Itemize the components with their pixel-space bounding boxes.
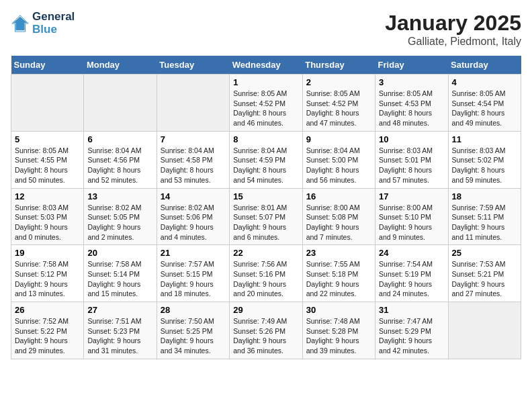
calendar-cell: 8Sunrise: 8:04 AM Sunset: 4:59 PM Daylig… bbox=[230, 131, 302, 188]
day-number: 9 bbox=[306, 134, 371, 144]
weekday-header-wednesday: Wednesday bbox=[230, 56, 302, 75]
calendar-cell: 18Sunrise: 7:59 AM Sunset: 5:11 PM Dayli… bbox=[448, 188, 521, 245]
day-number: 14 bbox=[161, 191, 226, 201]
calendar-cell: 16Sunrise: 8:00 AM Sunset: 5:08 PM Dayli… bbox=[302, 188, 375, 245]
calendar-cell: 1Sunrise: 8:05 AM Sunset: 4:52 PM Daylig… bbox=[230, 75, 302, 132]
calendar-cell: 17Sunrise: 8:00 AM Sunset: 5:10 PM Dayli… bbox=[375, 188, 448, 245]
calendar-cell: 20Sunrise: 7:58 AM Sunset: 5:14 PM Dayli… bbox=[84, 245, 157, 302]
calendar-cell: 27Sunrise: 7:51 AM Sunset: 5:23 PM Dayli… bbox=[84, 302, 157, 359]
calendar-cell: 3Sunrise: 8:05 AM Sunset: 4:53 PM Daylig… bbox=[375, 75, 448, 132]
weekday-header-friday: Friday bbox=[375, 56, 448, 75]
day-number: 18 bbox=[452, 191, 517, 201]
day-number: 19 bbox=[15, 248, 80, 258]
calendar-cell: 5Sunrise: 8:05 AM Sunset: 4:55 PM Daylig… bbox=[11, 131, 84, 188]
day-info: Sunrise: 8:04 AM Sunset: 4:59 PM Dayligh… bbox=[233, 146, 298, 185]
day-info: Sunrise: 8:00 AM Sunset: 5:08 PM Dayligh… bbox=[306, 203, 371, 242]
day-info: Sunrise: 7:50 AM Sunset: 5:25 PM Dayligh… bbox=[161, 316, 226, 356]
calendar-week-5: 26Sunrise: 7:52 AM Sunset: 5:22 PM Dayli… bbox=[11, 302, 521, 359]
day-number: 5 bbox=[15, 134, 80, 144]
logo-icon bbox=[11, 14, 30, 33]
calendar-week-3: 12Sunrise: 8:03 AM Sunset: 5:03 PM Dayli… bbox=[11, 188, 521, 245]
day-number: 21 bbox=[161, 248, 226, 258]
calendar-cell: 13Sunrise: 8:02 AM Sunset: 5:05 PM Dayli… bbox=[84, 188, 157, 245]
day-number: 16 bbox=[306, 191, 371, 201]
day-number: 13 bbox=[87, 191, 152, 201]
day-info: Sunrise: 8:04 AM Sunset: 4:56 PM Dayligh… bbox=[87, 146, 152, 185]
weekday-header-sunday: Sunday bbox=[11, 56, 84, 75]
day-number: 12 bbox=[15, 191, 80, 201]
day-number: 29 bbox=[233, 305, 298, 315]
day-number: 24 bbox=[379, 248, 444, 258]
day-number: 4 bbox=[452, 77, 517, 87]
day-info: Sunrise: 8:03 AM Sunset: 5:02 PM Dayligh… bbox=[452, 146, 517, 185]
day-number: 25 bbox=[452, 248, 517, 258]
day-number: 6 bbox=[87, 134, 152, 144]
calendar-cell: 19Sunrise: 7:58 AM Sunset: 5:12 PM Dayli… bbox=[11, 245, 84, 302]
day-info: Sunrise: 8:04 AM Sunset: 5:00 PM Dayligh… bbox=[306, 146, 371, 185]
day-number: 31 bbox=[379, 305, 444, 315]
day-number: 28 bbox=[161, 305, 226, 315]
day-number: 27 bbox=[87, 305, 152, 315]
day-number: 8 bbox=[233, 134, 298, 144]
calendar-cell: 15Sunrise: 8:01 AM Sunset: 5:07 PM Dayli… bbox=[230, 188, 302, 245]
day-number: 10 bbox=[379, 134, 444, 144]
calendar-cell: 11Sunrise: 8:03 AM Sunset: 5:02 PM Dayli… bbox=[448, 131, 521, 188]
calendar-cell: 9Sunrise: 8:04 AM Sunset: 5:00 PM Daylig… bbox=[302, 131, 375, 188]
weekday-header-tuesday: Tuesday bbox=[157, 56, 229, 75]
day-info: Sunrise: 8:05 AM Sunset: 4:55 PM Dayligh… bbox=[15, 146, 80, 185]
day-number: 1 bbox=[233, 77, 298, 87]
location-title: Galliate, Piedmont, Italy bbox=[385, 36, 521, 48]
logo-text: General Blue bbox=[32, 11, 75, 36]
day-info: Sunrise: 8:03 AM Sunset: 5:03 PM Dayligh… bbox=[15, 203, 80, 242]
calendar-cell: 29Sunrise: 7:49 AM Sunset: 5:26 PM Dayli… bbox=[230, 302, 302, 359]
day-number: 15 bbox=[233, 191, 298, 201]
calendar-cell: 14Sunrise: 8:02 AM Sunset: 5:06 PM Dayli… bbox=[157, 188, 229, 245]
calendar-cell: 26Sunrise: 7:52 AM Sunset: 5:22 PM Dayli… bbox=[11, 302, 84, 359]
day-info: Sunrise: 7:53 AM Sunset: 5:21 PM Dayligh… bbox=[452, 259, 517, 299]
day-number: 11 bbox=[452, 134, 517, 144]
calendar-table: SundayMondayTuesdayWednesdayThursdayFrid… bbox=[11, 56, 521, 359]
day-info: Sunrise: 8:05 AM Sunset: 4:53 PM Dayligh… bbox=[379, 89, 444, 128]
day-info: Sunrise: 8:03 AM Sunset: 5:01 PM Dayligh… bbox=[379, 146, 444, 185]
weekday-header-monday: Monday bbox=[84, 56, 157, 75]
day-info: Sunrise: 7:51 AM Sunset: 5:23 PM Dayligh… bbox=[87, 316, 152, 356]
page-header: General Blue January 2025 Galliate, Pied… bbox=[11, 11, 521, 48]
calendar-cell: 7Sunrise: 8:04 AM Sunset: 4:58 PM Daylig… bbox=[157, 131, 229, 188]
calendar-cell: 28Sunrise: 7:50 AM Sunset: 5:25 PM Dayli… bbox=[157, 302, 229, 359]
day-info: Sunrise: 7:58 AM Sunset: 5:14 PM Dayligh… bbox=[87, 259, 152, 299]
calendar-cell: 24Sunrise: 7:54 AM Sunset: 5:19 PM Dayli… bbox=[375, 245, 448, 302]
calendar-cell: 31Sunrise: 7:47 AM Sunset: 5:29 PM Dayli… bbox=[375, 302, 448, 359]
calendar-cell: 25Sunrise: 7:53 AM Sunset: 5:21 PM Dayli… bbox=[448, 245, 521, 302]
day-info: Sunrise: 8:00 AM Sunset: 5:10 PM Dayligh… bbox=[379, 203, 444, 242]
day-number: 2 bbox=[306, 77, 371, 87]
day-info: Sunrise: 7:49 AM Sunset: 5:26 PM Dayligh… bbox=[233, 316, 298, 356]
calendar-body: 1Sunrise: 8:05 AM Sunset: 4:52 PM Daylig… bbox=[11, 75, 521, 359]
day-info: Sunrise: 8:02 AM Sunset: 5:05 PM Dayligh… bbox=[87, 203, 152, 242]
day-info: Sunrise: 7:58 AM Sunset: 5:12 PM Dayligh… bbox=[15, 259, 80, 299]
calendar-week-1: 1Sunrise: 8:05 AM Sunset: 4:52 PM Daylig… bbox=[11, 75, 521, 132]
logo: General Blue bbox=[11, 11, 75, 36]
calendar-header: SundayMondayTuesdayWednesdayThursdayFrid… bbox=[11, 56, 521, 75]
day-info: Sunrise: 8:01 AM Sunset: 5:07 PM Dayligh… bbox=[233, 203, 298, 242]
weekday-header-saturday: Saturday bbox=[448, 56, 521, 75]
day-number: 22 bbox=[233, 248, 298, 258]
calendar-cell: 4Sunrise: 8:05 AM Sunset: 4:54 PM Daylig… bbox=[448, 75, 521, 132]
day-number: 3 bbox=[379, 77, 444, 87]
calendar-cell: 21Sunrise: 7:57 AM Sunset: 5:15 PM Dayli… bbox=[157, 245, 229, 302]
day-info: Sunrise: 7:48 AM Sunset: 5:28 PM Dayligh… bbox=[306, 316, 371, 356]
day-info: Sunrise: 8:05 AM Sunset: 4:52 PM Dayligh… bbox=[233, 89, 298, 128]
day-number: 30 bbox=[306, 305, 371, 315]
title-area: January 2025 Galliate, Piedmont, Italy bbox=[385, 11, 521, 48]
day-info: Sunrise: 7:59 AM Sunset: 5:11 PM Dayligh… bbox=[452, 203, 517, 242]
calendar-cell: 10Sunrise: 8:03 AM Sunset: 5:01 PM Dayli… bbox=[375, 131, 448, 188]
calendar-cell: 30Sunrise: 7:48 AM Sunset: 5:28 PM Dayli… bbox=[302, 302, 375, 359]
month-title: January 2025 bbox=[385, 11, 521, 36]
weekday-row: SundayMondayTuesdayWednesdayThursdayFrid… bbox=[11, 56, 521, 75]
day-info: Sunrise: 8:04 AM Sunset: 4:58 PM Dayligh… bbox=[161, 146, 226, 185]
calendar-cell bbox=[157, 75, 229, 132]
calendar-cell bbox=[84, 75, 157, 132]
calendar-week-4: 19Sunrise: 7:58 AM Sunset: 5:12 PM Dayli… bbox=[11, 245, 521, 302]
calendar-cell: 12Sunrise: 8:03 AM Sunset: 5:03 PM Dayli… bbox=[11, 188, 84, 245]
calendar-cell: 2Sunrise: 8:05 AM Sunset: 4:52 PM Daylig… bbox=[302, 75, 375, 132]
calendar-cell bbox=[448, 302, 521, 359]
